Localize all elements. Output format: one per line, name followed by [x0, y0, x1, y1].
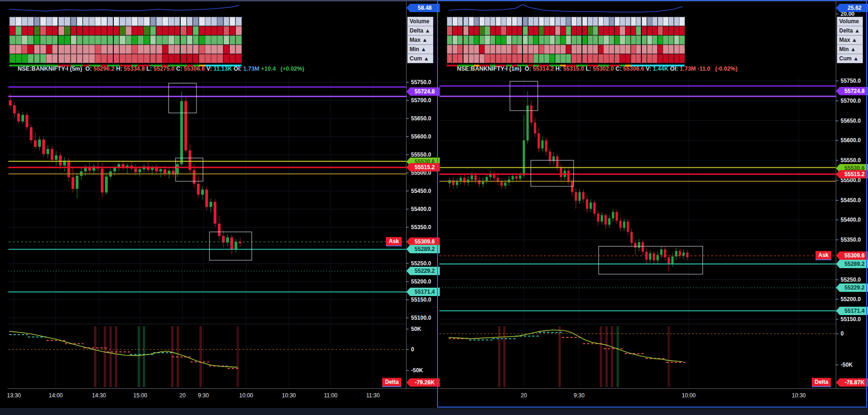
chart-plot-area[interactable]: [439, 77, 836, 388]
heatmap-cell: [641, 35, 647, 45]
heatmap-cell: [506, 45, 512, 54]
heatmap-cell: [101, 17, 107, 26]
heatmap-cell: [496, 45, 501, 54]
signal-strip-segment: [9, 65, 16, 66]
heatmap-cell: [603, 17, 609, 26]
heatmap-cell: [205, 17, 211, 26]
heatmap-cell: [125, 35, 132, 45]
heatmap-cell: [544, 45, 549, 54]
heatmap-cell: [144, 26, 150, 35]
price-badge: 25.62: [836, 4, 868, 12]
heatmap-cell: [40, 26, 46, 35]
time-scale[interactable]: [439, 389, 836, 403]
heatmap-cell: [77, 45, 83, 54]
heatmap-cell: [474, 26, 479, 35]
heatmap-cell: [512, 17, 517, 26]
heatmap-cell: [587, 35, 593, 45]
heatmap-cell: [187, 35, 193, 45]
price-scale[interactable]: [837, 77, 867, 388]
heatmap-cell: [469, 26, 474, 35]
heatmap-cell: [484, 17, 490, 26]
heatmap-cell: [131, 45, 138, 54]
panel-label-max[interactable]: Max ▲: [407, 35, 433, 45]
heatmap-cell: [211, 26, 217, 35]
ticker-field: NSE:BANKNIFTY-I (5m): [18, 66, 85, 72]
chart-plot-area[interactable]: [8, 77, 406, 388]
heatmap-cell: [9, 35, 16, 45]
panel-label-min[interactable]: Min ▲: [407, 45, 433, 54]
heatmap-cell: [452, 17, 458, 26]
heatmap-cell: [205, 54, 211, 63]
heatmap-cell: [679, 45, 685, 54]
heatmap-cell: [64, 35, 71, 45]
heatmap-cell: [40, 17, 46, 26]
heatmap-cell: [593, 35, 598, 45]
heatmap-cell: [631, 54, 636, 63]
heatmap-cell: [211, 54, 217, 63]
heatmap-cell: [658, 35, 663, 45]
heatmap-cell: [64, 26, 71, 35]
heatmap-cell: [674, 17, 679, 26]
heatmap-cell: [587, 45, 593, 54]
volume-sparkline: [9, 5, 239, 11]
panel-label-delta[interactable]: Delta ▲: [837, 26, 863, 35]
heatmap-cell: [555, 17, 561, 26]
ticker-field: H:: [555, 66, 563, 72]
heatmap-cell: [125, 26, 132, 35]
heatmap-cell: [609, 35, 614, 45]
heatmap-cell: [64, 54, 71, 63]
heatmap-cell: [496, 54, 501, 63]
heatmap-cell: [469, 35, 474, 45]
panel-label-min[interactable]: Min ▲: [837, 45, 863, 54]
heatmap-cell: [187, 45, 193, 54]
panel-label-delta[interactable]: Delta ▲: [407, 26, 433, 35]
heatmap-cell: [652, 54, 658, 63]
heatmap-cell: [452, 54, 458, 63]
heatmap-cell: [598, 45, 604, 54]
heatmap-cell: [512, 54, 517, 63]
time-scale[interactable]: [8, 389, 406, 403]
heatmap-cell: [501, 54, 506, 63]
panel-label-cum[interactable]: Cum ▲: [407, 54, 433, 63]
heatmap-cell: [235, 54, 242, 63]
panel-label-cum[interactable]: Cum ▲: [837, 54, 863, 63]
heatmap-cell: [447, 26, 452, 35]
symbol-info-line[interactable]: NSE:BANKNIFTY-I (5m) O: 55296.2 H: 55334…: [18, 66, 304, 72]
heatmap-cell: [501, 26, 506, 35]
heatmap-cell: [34, 54, 40, 63]
heatmap-cell: [463, 26, 469, 35]
heatmap-cell: [101, 26, 107, 35]
heatmap-cell: [609, 45, 614, 54]
panel-label-max[interactable]: Max ▲: [837, 35, 863, 45]
heatmap-cell: [544, 26, 549, 35]
panel-label-volume[interactable]: Volume: [837, 17, 863, 26]
heatmap-cell: [58, 54, 65, 63]
heatmap-cell: [484, 26, 490, 35]
heatmap-cell: [484, 35, 490, 45]
heatmap-cell: [609, 54, 614, 63]
heatmap-cell: [119, 17, 126, 26]
heatmap-cell: [496, 35, 501, 45]
price-scale[interactable]: [407, 77, 437, 388]
ticker-field: V:: [646, 66, 653, 72]
heatmap-cell: [522, 17, 528, 26]
heatmap-cell: [119, 26, 126, 35]
heatmap-cell: [679, 17, 685, 26]
heatmap-cell: [9, 17, 16, 26]
heatmap-cell: [474, 45, 479, 54]
heatmap-cell: [21, 35, 28, 45]
heatmap-cell: [447, 45, 452, 54]
heatmap-cell: [625, 45, 631, 54]
heatmap-cell: [199, 45, 205, 54]
heatmap-cell: [598, 17, 604, 26]
heatmap-cell: [15, 35, 22, 45]
heatmap-cell: [625, 54, 631, 63]
heatmap-cell: [40, 35, 46, 45]
panel-label-volume[interactable]: Volume: [407, 17, 433, 26]
symbol-info-line[interactable]: NSE:BANKNIFTY-I (1m) O: 55314.2 H: 55315…: [457, 66, 737, 72]
heatmap-cell: [598, 54, 604, 63]
heatmap-cell: [641, 45, 647, 54]
heatmap-cell: [668, 26, 674, 35]
heatmap-cell: [77, 26, 83, 35]
heatmap-cell: [484, 54, 490, 63]
